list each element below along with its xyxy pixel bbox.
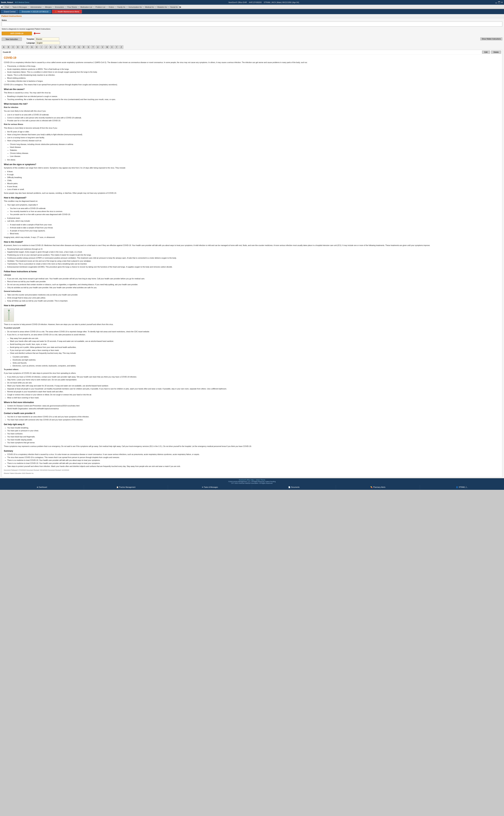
minimize-icon[interactable]: 🗕: [495, 1, 497, 4]
alpha-btn-m[interactable]: M: [58, 45, 62, 49]
footer-app-link[interactable]: NextGen® Office Help: [239, 479, 254, 481]
encounter-btn[interactable]: Encounter # 102120-107383110: [19, 10, 51, 13]
alpha-btn-l[interactable]: L: [53, 45, 57, 49]
protect-yourself-title: To protect yourself:: [4, 327, 20, 329]
alpha-btn-y[interactable]: Y: [115, 45, 119, 49]
alpha-btn-u[interactable]: U: [96, 45, 100, 49]
list-item: You have trouble staying awake.: [7, 438, 500, 441]
tab-chart[interactable]: Chart: [3, 6, 11, 8]
bottom-nav-item-dashboard[interactable]: ⊞Dashboard: [0, 485, 84, 490]
tab-family[interactable]: Family Hx: [116, 6, 127, 8]
diagnosis-button[interactable]: U07I COVID-19: [2, 32, 32, 35]
notes-section: Notes: [2, 19, 502, 27]
alpha-btn-i[interactable]: I: [39, 45, 43, 49]
article-title: COVID-19: [4, 56, 500, 60]
nav-arrow-left[interactable]: ◀: [1, 6, 3, 8]
list-item: You recently traveled to or from an area…: [10, 210, 500, 213]
alpha-btn-w[interactable]: W: [105, 45, 109, 49]
new-instruction-btn[interactable]: New Instruction: [2, 37, 22, 41]
svg-rect-2: [9, 319, 9, 320]
alpha-btn-n[interactable]: N: [63, 45, 67, 49]
signs-extra: Some people may also have stomach proble…: [4, 192, 500, 194]
list-item: You have symptoms that get worse.: [7, 441, 500, 444]
instruction-controls: New Instruction Template Language Show H…: [2, 37, 502, 44]
tab-social[interactable]: Social Hx: [169, 6, 179, 8]
vaccine-image: [4, 308, 14, 322]
alpha-btn-e[interactable]: E: [20, 45, 25, 49]
causes-title: What are the causes?: [4, 88, 500, 91]
alpha-btn-f[interactable]: F: [25, 45, 29, 49]
list-item: Wash your hands often with soap and wate…: [7, 385, 500, 387]
tab-allergies[interactable]: Allergies: [43, 6, 53, 8]
tab-immunization[interactable]: Immunization Hx: [127, 6, 143, 8]
list-item: If you must go out in public, wear a fac…: [10, 349, 500, 352]
bottom-nav-item-documents[interactable]: 📄Documents: [252, 485, 336, 490]
alpha-btn-r[interactable]: R: [82, 45, 86, 49]
tab-orders[interactable]: Orders: [107, 6, 116, 8]
main-content: Notes Select a diagnosis to receive sugg…: [0, 18, 504, 478]
list-item: A fever.: [7, 170, 500, 173]
alpha-btn-p[interactable]: P: [72, 45, 76, 49]
bottom-nav-item-practice-management[interactable]: 📋Practice Management: [84, 485, 168, 490]
alpha-btn-q[interactable]: Q: [77, 45, 81, 49]
edit-button[interactable]: Edit: [482, 51, 490, 54]
bottom-nav-item-tasks--messages[interactable]: ✉Tasks & Messages: [168, 485, 252, 490]
list-item: Acute respiratory failure. This is a con…: [7, 71, 500, 73]
template-input[interactable]: [35, 37, 59, 40]
tab-encounters[interactable]: Encounters: [53, 6, 65, 8]
alpha-btn-c[interactable]: C: [11, 45, 15, 49]
tab-problems[interactable]: Problem List: [94, 6, 107, 8]
contact-list: You live in or have traveled to an area …: [7, 415, 500, 421]
template-row: Template: [27, 37, 60, 40]
alpha-btn-x[interactable]: X: [110, 45, 114, 49]
bottom-nav-item-pharmacy-alerts[interactable]: 💊Pharmacy Alerts: [336, 485, 420, 490]
alert-icon: ⚠: [55, 10, 57, 13]
language-input[interactable]: [36, 41, 60, 44]
list-item: Supplemental oxygen. Extra oxygen is giv…: [7, 251, 500, 254]
alpha-btn-v[interactable]: V: [100, 45, 104, 49]
help-title: Get help right away if:: [4, 423, 500, 426]
page-title: Patient Instructions: [1, 15, 22, 17]
alpha-btn-s[interactable]: S: [86, 45, 90, 49]
risk-title: What increases the risk?: [4, 102, 500, 105]
tab-tasks[interactable]: Tasks & Messages: [11, 6, 29, 8]
patient-details: STRAW, JACK (Male) 08/22/1956 (Age 64): [264, 1, 299, 3]
nav-arrow-right[interactable]: ▶: [180, 6, 181, 8]
app-name: AVS Medical Demo: [15, 2, 29, 3]
bottom-nav-item-straw-j[interactable]: 👤STRAW, J...: [420, 485, 504, 490]
tab-medication[interactable]: Medication List: [79, 6, 94, 8]
tab-medical[interactable]: Medical Hx: [144, 6, 155, 8]
tab-admin[interactable]: Administrative: [29, 6, 43, 8]
alpha-btn-g[interactable]: G: [30, 45, 34, 49]
prevented-text: There is no vaccine to help prevent COVI…: [4, 323, 500, 326]
health-maintenance-btn[interactable]: ⚠ Health Maintenance Alerts: [52, 10, 82, 14]
alpha-btn-z[interactable]: Z: [119, 45, 123, 49]
risk-obese-list: Are obese.: [7, 158, 500, 161]
alpha-btn-d[interactable]: D: [16, 45, 20, 49]
covid-section: Covid-19 Edit Delete COVID-19 COVID-19 i…: [2, 50, 502, 477]
alpha-btn-b[interactable]: B: [6, 45, 10, 49]
notes-input[interactable]: [2, 22, 502, 27]
signs-title: What are the signs or symptoms?: [4, 163, 500, 166]
alpha-btn-j[interactable]: J: [44, 45, 48, 49]
maximize-icon[interactable]: 🗖: [498, 1, 500, 4]
grand-central-btn[interactable]: Grand Central: [1, 10, 18, 13]
alphabet-row: ABCDEFGHIJKLMNOPQRSTUVWXYZ: [2, 45, 502, 49]
show-hidden-btn[interactable]: Show Hidden Instructions: [480, 37, 502, 40]
tab-obstetric[interactable]: Obstetric Hx: [156, 6, 169, 8]
footer-theme-link[interactable]: Select Theme: [256, 479, 265, 481]
alpha-btn-k[interactable]: K: [49, 45, 53, 49]
list-item: Receiving fluids and medicines through a…: [7, 248, 500, 251]
top-header: Smith, Robert AVS Medical Demo NextGen® …: [0, 0, 504, 5]
delete-button[interactable]: Delete: [491, 51, 501, 54]
alpha-btn-h[interactable]: H: [35, 45, 39, 49]
close-icon[interactable]: ✕: [501, 1, 503, 4]
alpha-btn-t[interactable]: T: [91, 45, 95, 49]
list-item: You live in an area with a COVID-19 outb…: [10, 207, 500, 210]
protect-others-title: To protect others:: [4, 368, 19, 370]
protect-list: Do not travel to areas where COVID-19 is…: [7, 330, 500, 336]
alpha-btn-a[interactable]: A: [2, 45, 6, 49]
tab-flowsheets[interactable]: Flow Sheets: [66, 6, 79, 8]
alpha-btn-o[interactable]: O: [68, 45, 72, 49]
treated-list: Receiving fluids and medicines through a…: [7, 248, 500, 268]
